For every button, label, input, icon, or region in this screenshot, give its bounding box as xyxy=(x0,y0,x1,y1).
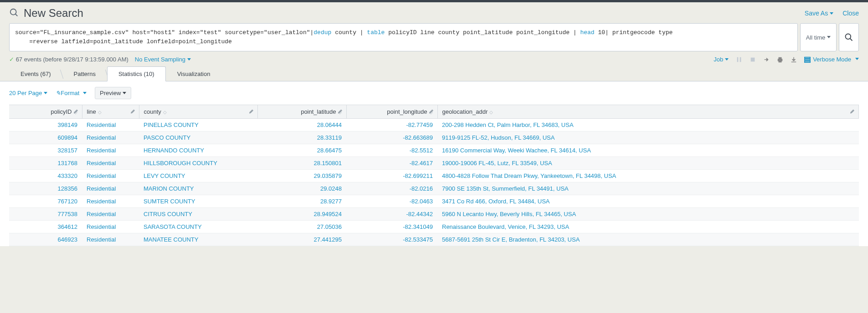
pencil-icon[interactable] xyxy=(850,108,855,115)
cell-county[interactable]: SUMTER COUNTY xyxy=(139,195,257,208)
time-range-picker[interactable]: All time xyxy=(800,23,837,51)
col-header-lon[interactable]: point_longitude◇ xyxy=(346,105,437,119)
table-row[interactable]: 364612ResidentialSARASOTA COUNTY27.05036… xyxy=(9,221,859,233)
cell-addr[interactable]: 9119-9125 FL-52, Hudson, FL 34669, USA xyxy=(437,131,859,144)
cell-line[interactable]: Residential xyxy=(82,144,139,157)
cell-lat[interactable]: 27.441295 xyxy=(257,233,346,246)
cell-policyid[interactable]: 398149 xyxy=(9,119,82,131)
cell-lat[interactable]: 27.05036 xyxy=(257,221,346,233)
cell-lat[interactable]: 28.949524 xyxy=(257,208,346,221)
cell-county[interactable]: PASCO COUNTY xyxy=(139,131,257,144)
cell-lon[interactable]: -82.533475 xyxy=(346,233,437,246)
cell-lon[interactable]: -82.699211 xyxy=(346,170,437,182)
tab-statistics[interactable]: Statistics (10) xyxy=(107,66,166,81)
tab-patterns[interactable]: Patterns xyxy=(62,66,107,81)
per-page-dropdown[interactable]: 20 Per Page xyxy=(9,90,47,96)
search-input[interactable]: source="FL_insurance_sample.csv" host="h… xyxy=(9,23,798,51)
cell-policyid[interactable]: 364612 xyxy=(9,221,82,233)
cell-lat[interactable]: 28.33119 xyxy=(257,131,346,144)
cell-lon[interactable]: -82.44342 xyxy=(346,208,437,221)
cell-line[interactable]: Residential xyxy=(82,170,139,182)
col-header-line[interactable]: line◇ xyxy=(82,105,139,119)
cell-policyid[interactable]: 328157 xyxy=(9,144,82,157)
cell-lon[interactable]: -82.4617 xyxy=(346,157,437,170)
cell-lon[interactable]: -82.663689 xyxy=(346,131,437,144)
cell-county[interactable]: CITRUS COUNTY xyxy=(139,208,257,221)
col-header-policyid[interactable]: policyID◇ xyxy=(9,105,82,119)
event-sampling-dropdown[interactable]: No Event Sampling xyxy=(135,56,191,63)
cell-line[interactable]: Residential xyxy=(82,221,139,233)
cell-county[interactable]: MANATEE COUNTY xyxy=(139,233,257,246)
cell-policyid[interactable]: 777538 xyxy=(9,208,82,221)
cell-lat[interactable]: 28.150801 xyxy=(257,157,346,170)
close-button[interactable]: Close xyxy=(842,10,859,17)
cell-addr[interactable]: 5960 N Lecanto Hwy, Beverly Hills, FL 34… xyxy=(437,208,859,221)
cell-county[interactable]: PINELLAS COUNTY xyxy=(139,119,257,131)
cell-lat[interactable]: 28.06444 xyxy=(257,119,346,131)
table-row[interactable]: 767120ResidentialSUMTER COUNTY28.9277-82… xyxy=(9,195,859,208)
print-icon[interactable] xyxy=(777,56,783,63)
cell-addr[interactable]: 19000-19006 FL-45, Lutz, FL 33549, USA xyxy=(437,157,859,170)
table-row[interactable]: 328157ResidentialHERNANDO COUNTY28.66475… xyxy=(9,144,859,157)
cell-addr[interactable]: 16190 Commercial Way, Weeki Wachee, FL 3… xyxy=(437,144,859,157)
cell-lon[interactable]: -82.0216 xyxy=(346,182,437,195)
col-header-county[interactable]: county◇ xyxy=(139,105,257,119)
cell-line[interactable]: Residential xyxy=(82,119,139,131)
pencil-icon[interactable] xyxy=(429,108,434,115)
run-search-button[interactable] xyxy=(839,23,859,51)
export-icon[interactable] xyxy=(791,56,797,63)
cell-county[interactable]: LEVY COUNTY xyxy=(139,170,257,182)
cell-policyid[interactable]: 609894 xyxy=(9,131,82,144)
table-row[interactable]: 128356ResidentialMARION COUNTY29.0248-82… xyxy=(9,182,859,195)
cell-county[interactable]: MARION COUNTY xyxy=(139,182,257,195)
cell-lat[interactable]: 28.66475 xyxy=(257,144,346,157)
cell-line[interactable]: Residential xyxy=(82,208,139,221)
cell-line[interactable]: Residential xyxy=(82,233,139,246)
cell-addr[interactable]: 200-298 Hedden Ct, Palm Harbor, FL 34683… xyxy=(437,119,859,131)
table-row[interactable]: 433320ResidentialLEVY COUNTY29.035879-82… xyxy=(9,170,859,182)
cell-addr[interactable]: 4800-4828 Follow That Dream Pkwy, Yankee… xyxy=(437,170,859,182)
table-row[interactable]: 646923ResidentialMANATEE COUNTY27.441295… xyxy=(9,233,859,246)
cell-lon[interactable]: -82.77459 xyxy=(346,119,437,131)
table-row[interactable]: 777538ResidentialCITRUS COUNTY28.949524-… xyxy=(9,208,859,221)
cell-policyid[interactable]: 131768 xyxy=(9,157,82,170)
cell-addr[interactable]: 7900 SE 135th St, Summerfield, FL 34491,… xyxy=(437,182,859,195)
pencil-icon[interactable] xyxy=(130,108,135,115)
format-dropdown[interactable]: ✎Format xyxy=(56,90,87,96)
col-header-addr[interactable]: geolocation_addr◇ xyxy=(437,105,859,119)
pencil-icon[interactable] xyxy=(73,108,78,115)
cell-policyid[interactable]: 433320 xyxy=(9,170,82,182)
cell-county[interactable]: HILLSBOROUGH COUNTY xyxy=(139,157,257,170)
preview-dropdown[interactable]: Preview xyxy=(95,87,131,99)
pencil-icon[interactable] xyxy=(338,108,343,115)
cell-line[interactable]: Residential xyxy=(82,131,139,144)
cell-policyid[interactable]: 646923 xyxy=(9,233,82,246)
col-header-lat[interactable]: point_latitude◇ xyxy=(257,105,346,119)
cell-lon[interactable]: -82.5512 xyxy=(346,144,437,157)
cell-line[interactable]: Residential xyxy=(82,157,139,170)
table-row[interactable]: 398149ResidentialPINELLAS COUNTY28.06444… xyxy=(9,119,859,131)
cell-line[interactable]: Residential xyxy=(82,195,139,208)
cell-lon[interactable]: -82.341049 xyxy=(346,221,437,233)
save-as-button[interactable]: Save As xyxy=(805,10,833,17)
pencil-icon[interactable] xyxy=(249,108,254,115)
cell-lat[interactable]: 29.0248 xyxy=(257,182,346,195)
cell-addr[interactable]: Renaissance Boulevard, Venice, FL 34293,… xyxy=(437,221,859,233)
cell-line[interactable]: Residential xyxy=(82,182,139,195)
search-mode-dropdown[interactable]: Verbose Mode xyxy=(804,56,859,63)
cell-county[interactable]: SARASOTA COUNTY xyxy=(139,221,257,233)
cell-lon[interactable]: -82.0463 xyxy=(346,195,437,208)
cell-policyid[interactable]: 767120 xyxy=(9,195,82,208)
cell-policyid[interactable]: 128356 xyxy=(9,182,82,195)
cell-addr[interactable]: 5687-5691 25th St Cir E, Bradenton, FL 3… xyxy=(437,233,859,246)
cell-addr[interactable]: 3471 Co Rd 466, Oxford, FL 34484, USA xyxy=(437,195,859,208)
job-dropdown[interactable]: Job xyxy=(714,56,729,63)
tab-visualization[interactable]: Visualization xyxy=(166,66,222,81)
tab-events[interactable]: Events (67) xyxy=(9,66,62,81)
table-row[interactable]: 131768ResidentialHILLSBOROUGH COUNTY28.1… xyxy=(9,157,859,170)
table-row[interactable]: 609894ResidentialPASCO COUNTY28.33119-82… xyxy=(9,131,859,144)
cell-lat[interactable]: 29.035879 xyxy=(257,170,346,182)
cell-county[interactable]: HERNANDO COUNTY xyxy=(139,144,257,157)
cell-lat[interactable]: 28.9277 xyxy=(257,195,346,208)
share-icon[interactable] xyxy=(763,56,770,63)
